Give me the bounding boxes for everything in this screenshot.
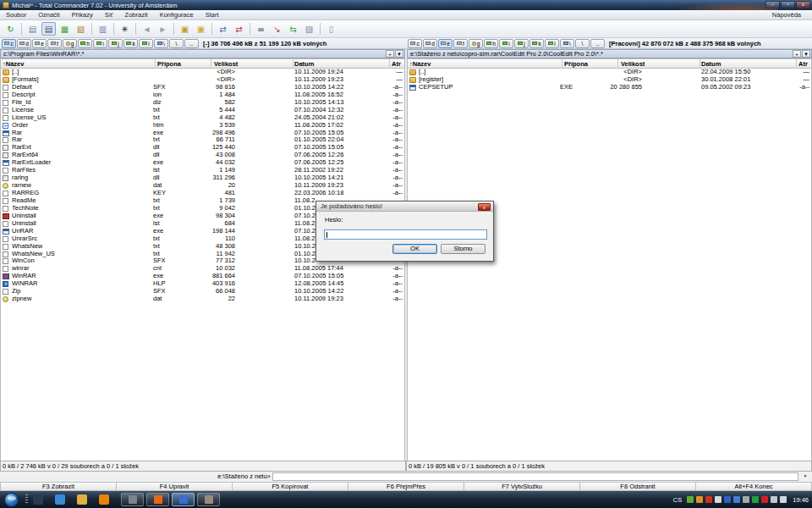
menu-item-oznait[interactable]: Označit <box>32 11 65 19</box>
drive-button-i[interactable]: i <box>499 39 513 48</box>
tray-volume-icon[interactable] <box>780 496 787 503</box>
find-files-button[interactable]: ∞ <box>254 22 268 36</box>
drive-button-root[interactable]: \ <box>560 39 574 48</box>
column-header-atr[interactable]: Atr <box>392 60 401 69</box>
file-row[interactable]: rarlngdll311 29610.10.2005 14:21-a-- <box>1 174 404 182</box>
path-bar-right[interactable]: e:\Staženo z netu\copro-sim.rar\CoolEdit… <box>407 49 812 58</box>
explorer-folder-icon[interactable] <box>77 494 87 505</box>
file-row[interactable]: zipnewdat2210.11.2009 19:23-a-- <box>1 295 404 303</box>
maximize-button[interactable]: ▫ <box>781 1 795 8</box>
app-window-1-taskbar-button[interactable] <box>121 493 144 506</box>
app-window-2-taskbar-button[interactable] <box>197 493 220 506</box>
function-button-f3[interactable]: F3 Zobrazit <box>0 482 117 491</box>
drive-button-c[interactable]: c <box>2 39 16 48</box>
menu-item-napoveda[interactable]: Nápověda <box>766 10 807 19</box>
file-row[interactable]: RARREGKEY48122.03.2006 10:18-a-- <box>1 190 404 197</box>
drive-button-k[interactable]: k <box>123 39 138 48</box>
file-row[interactable]: Licensetxt5 44407.10.2004 12:32-a-- <box>1 107 404 114</box>
function-button-f7[interactable]: F7 VytvSložku <box>464 482 580 491</box>
file-row[interactable]: RarExtLoaderexe44 03207.06.2005 12:25-a-… <box>1 159 404 167</box>
column-header-velikost[interactable]: Velikost <box>214 60 238 69</box>
file-row[interactable]: Description1 48411.08.2005 16:52-a-- <box>1 91 404 99</box>
file-row[interactable]: Orderhtm3 53911.08.2005 17:02-a-- <box>1 122 404 130</box>
multi-rename-button[interactable]: ↘ <box>270 22 284 36</box>
column-header-datum[interactable]: Datum <box>294 60 314 69</box>
file-row[interactable]: WinRARexe881 66407.10.2005 15:05-a-- <box>1 273 404 280</box>
forward-button[interactable]: ► <box>156 22 170 36</box>
quick-view-button[interactable]: ▥ <box>96 22 110 36</box>
function-button-f8[interactable]: F8 Odstranit <box>580 482 696 491</box>
file-row[interactable]: winrarcnt10 03211.08.2005 17:44-a-- <box>1 265 404 273</box>
drive-button-j[interactable]: j <box>514 39 529 48</box>
copy-info-button[interactable]: ▨ <box>302 22 316 36</box>
drive-button-root[interactable]: \ <box>154 39 168 48</box>
menu-item-pkazy[interactable]: Příkazy <box>66 11 99 19</box>
firefox-window-taskbar-button[interactable] <box>146 493 169 506</box>
tray-wand-icon[interactable] <box>715 496 721 503</box>
tray-gray-app-icon[interactable] <box>743 496 749 503</box>
notes-button[interactable]: ▯ <box>324 22 338 36</box>
column-header-přípona[interactable]: Přípona <box>564 60 588 69</box>
ok-button[interactable]: OK <box>392 244 437 254</box>
tray-alert-icon[interactable] <box>761 496 768 503</box>
close-button[interactable]: x <box>796 1 810 8</box>
dir-row[interactable]: [Formats]<DIR>10.11.2009 19:23— <box>1 76 404 84</box>
file-row[interactable]: ZipSFX66 04810.10.2005 14:22-a-- <box>1 288 404 295</box>
storno-button[interactable]: Storno <box>441 244 486 254</box>
column-header-datum[interactable]: Datum <box>701 60 721 69</box>
dialog-close-icon[interactable]: x <box>478 203 491 211</box>
file-row[interactable]: RarExt64dll43 00807.06.2005 12:26-a-- <box>1 152 404 159</box>
tree-view-button[interactable]: ▧ <box>74 22 88 36</box>
internet-explorer-icon[interactable] <box>55 494 65 505</box>
drive-button-e[interactable]: e <box>32 39 47 48</box>
history-dropdown-button-left[interactable]: ▼ <box>395 50 403 58</box>
function-button-f6[interactable]: F6 PřejmPřes <box>348 482 464 491</box>
ftp-disconnect-button[interactable]: ⇄ <box>232 22 246 36</box>
thumbnails-button[interactable]: ▦ <box>58 22 72 36</box>
tray-globe-icon[interactable] <box>733 496 740 503</box>
drive-button-e[interactable]: e <box>438 39 453 48</box>
back-button[interactable]: ◄ <box>140 22 154 36</box>
ftp-connect-button[interactable]: ⇄ <box>216 22 230 36</box>
drive-button-h[interactable]: h <box>484 39 498 48</box>
dir-row[interactable]: [..]<DIR>22.04.2009 15:50— <box>408 69 811 76</box>
drive-button-d[interactable]: d <box>17 39 31 48</box>
dir-row[interactable]: [..]<DIR>10.11.2009 19:24— <box>1 69 404 76</box>
function-button-f4[interactable]: F4 Upravit <box>117 482 233 491</box>
pack-files-button[interactable]: ▣ <box>178 22 192 36</box>
calculator-icon[interactable] <box>33 494 43 505</box>
file-row[interactable]: Rartxt66 71101.10.2005 22:04-a-- <box>1 136 404 144</box>
column-header-velikost[interactable]: Velikost <box>621 60 645 69</box>
file-row[interactable]: RarExtdll125 44007.10.2005 15:05-a-- <box>1 144 404 152</box>
drive-button-root[interactable]: \ <box>575 39 590 48</box>
drive-button-l[interactable]: l <box>545 39 559 48</box>
tray-green-square-icon[interactable] <box>752 496 759 503</box>
drive-button-h[interactable]: h <box>78 39 92 48</box>
column-header-název[interactable]: ↑Název <box>3 60 24 69</box>
column-header-přípona[interactable]: Přípona <box>157 60 181 69</box>
flat-view-button[interactable]: ✳ <box>118 22 132 36</box>
menu-item-konfigurace[interactable]: Konfigurace <box>154 11 200 19</box>
file-row[interactable]: DefaultSFX98 81610.10.2005 14:22-a-- <box>1 84 404 91</box>
history-plus-button-left[interactable]: + <box>386 50 394 58</box>
start-button[interactable] <box>4 493 19 507</box>
file-row[interactable]: RarFileslst1 14928.11.2002 19:22-a-- <box>1 167 404 174</box>
path-bar-left[interactable]: c:\Program Files\WinRAR\*.* + ▼ <box>0 49 405 58</box>
column-header-název[interactable]: ↑Název <box>409 60 431 69</box>
drive-button-f[interactable]: f <box>47 39 62 48</box>
file-row[interactable]: CEPSETUPEXE20 280 85509.05.2002 09:23-a-… <box>408 84 811 91</box>
password-input[interactable] <box>324 229 487 240</box>
menu-item-s[interactable]: Síť <box>99 11 119 19</box>
language-indicator[interactable]: CS <box>673 496 682 504</box>
details-view-button[interactable]: ▤ <box>41 22 56 36</box>
drive-button-root[interactable]: \ <box>169 39 184 48</box>
tray-red-app-icon[interactable] <box>705 496 712 503</box>
taskbar-clock[interactable]: 19:46 <box>793 496 809 504</box>
brief-view-button[interactable]: ▤ <box>25 22 40 36</box>
drive-button-l[interactable]: l <box>139 39 153 48</box>
drive-button-g[interactable]: g <box>63 39 77 48</box>
column-header-atr[interactable]: Atr <box>798 60 808 69</box>
drive-button-i[interactable]: i <box>93 39 107 48</box>
menu-item-start[interactable]: Start <box>200 11 225 19</box>
file-row[interactable]: Rarexe298 49607.10.2005 15:05-a-- <box>1 130 404 137</box>
